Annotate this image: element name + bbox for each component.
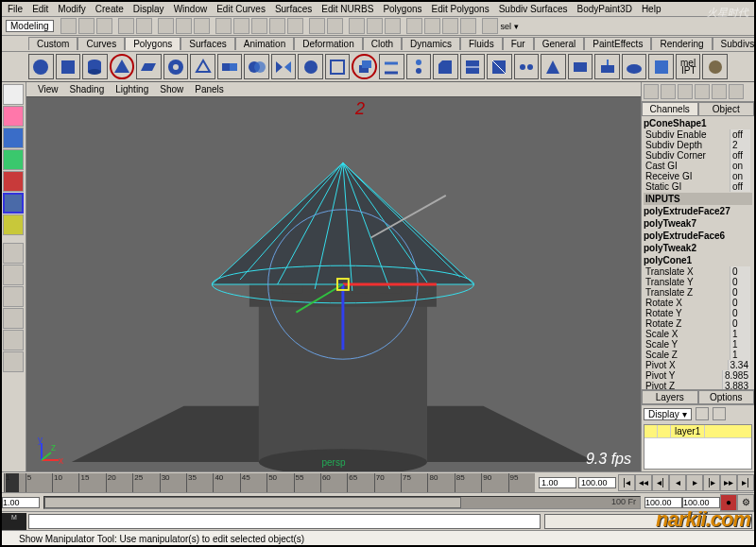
input-node-3[interactable]: polyTweak2 bbox=[644, 242, 752, 254]
xf-px-val[interactable]: 3.34 bbox=[728, 360, 750, 370]
snap-live-icon[interactable] bbox=[287, 18, 303, 34]
cb-icon-5[interactable] bbox=[712, 84, 727, 99]
time-end-field[interactable] bbox=[578, 477, 616, 488]
xf-rx-val[interactable]: 0 bbox=[730, 298, 750, 308]
poly-extrude-face-icon[interactable] bbox=[352, 54, 377, 79]
shelf-tab-custom[interactable]: Custom bbox=[28, 37, 77, 50]
mode-dropdown[interactable]: Modeling bbox=[6, 20, 54, 32]
range-out-end[interactable] bbox=[682, 497, 720, 508]
vp-panels[interactable]: Panels bbox=[195, 84, 224, 94]
cb-icon-4[interactable] bbox=[695, 84, 710, 99]
menu-subdiv[interactable]: Subdiv Surfaces bbox=[499, 4, 568, 14]
poly-plane-icon[interactable] bbox=[136, 54, 162, 79]
construction-hist-icon[interactable] bbox=[482, 18, 498, 34]
select-mask-icon[interactable] bbox=[194, 18, 210, 34]
input-node-1[interactable]: polyTweak7 bbox=[644, 217, 752, 230]
select-comp-icon[interactable] bbox=[176, 18, 192, 34]
history-on-icon[interactable] bbox=[309, 18, 325, 34]
shelf-tab-dynamics[interactable]: Dynamics bbox=[402, 37, 460, 50]
time-start-field[interactable] bbox=[539, 477, 576, 488]
menu-surfaces[interactable]: Surfaces bbox=[275, 4, 312, 14]
time-track[interactable]: 1510152025303540455055606570758085909510… bbox=[4, 473, 535, 492]
attr-recv-gi-val[interactable]: on bbox=[730, 171, 750, 181]
shelf-tab-subdivs[interactable]: Subdivs bbox=[713, 37, 756, 50]
lasso-tool-icon[interactable] bbox=[3, 106, 24, 127]
shelf-tab-surfaces[interactable]: Surfaces bbox=[180, 37, 234, 50]
attr-subdiv-depth[interactable]: Subdiv Depth bbox=[645, 140, 702, 150]
render-icon[interactable] bbox=[349, 18, 365, 34]
xf-sx[interactable]: Scale X bbox=[645, 329, 678, 339]
menu-edit[interactable]: Edit bbox=[32, 4, 48, 14]
new-scene-icon[interactable] bbox=[60, 18, 77, 34]
xf-rz[interactable]: Rotate Z bbox=[645, 318, 681, 329]
attr-cast-gi[interactable]: Cast GI bbox=[645, 161, 678, 171]
ipr-icon[interactable] bbox=[367, 18, 383, 34]
single-pane-icon[interactable] bbox=[3, 243, 24, 264]
last-tool-icon[interactable] bbox=[3, 214, 24, 235]
tab-object[interactable]: Object bbox=[698, 102, 755, 116]
poly-cone-icon[interactable] bbox=[110, 54, 135, 79]
range-min-field[interactable] bbox=[2, 497, 40, 508]
xf-tx[interactable]: Translate X bbox=[645, 266, 694, 277]
poly-prism-icon[interactable] bbox=[190, 54, 215, 79]
open-scene-icon[interactable] bbox=[78, 18, 94, 34]
three-pane-icon[interactable] bbox=[3, 330, 24, 350]
layer-list[interactable]: layer1 bbox=[644, 424, 752, 470]
snap-plane-icon[interactable] bbox=[269, 18, 285, 34]
prev-key-icon[interactable]: ◂| bbox=[652, 474, 669, 491]
xf-rz-val[interactable]: 0 bbox=[730, 318, 750, 329]
menu-file[interactable]: File bbox=[8, 4, 23, 14]
render-globals-icon[interactable] bbox=[385, 18, 401, 34]
xf-sy-val[interactable]: 1 bbox=[730, 339, 750, 350]
poly-combine-icon[interactable] bbox=[217, 54, 243, 79]
shelf-tab-painteffects[interactable]: PaintEffects bbox=[584, 37, 651, 50]
poly-paint-icon[interactable] bbox=[648, 54, 674, 79]
poly-smooth-icon[interactable] bbox=[298, 54, 323, 79]
xf-py-val[interactable]: 8.985 bbox=[722, 370, 750, 381]
snap-curve-icon[interactable] bbox=[233, 18, 249, 34]
history-off-icon[interactable] bbox=[327, 18, 343, 34]
attr-recv-gi[interactable]: Receive GI bbox=[645, 171, 692, 181]
undo-icon[interactable] bbox=[118, 18, 134, 34]
select-tool-icon[interactable] bbox=[3, 84, 24, 105]
vp-lighting[interactable]: Lighting bbox=[115, 84, 148, 94]
xf-ty-val[interactable]: 0 bbox=[730, 277, 750, 287]
tab-channels[interactable]: Channels bbox=[642, 102, 698, 116]
poly-booleans-icon[interactable] bbox=[244, 54, 269, 79]
cb-icon-1[interactable] bbox=[644, 84, 659, 99]
poly-merge-icon[interactable] bbox=[514, 54, 540, 79]
shelf-tab-animation[interactable]: Animation bbox=[235, 37, 294, 50]
xf-py[interactable]: Pivot Y bbox=[645, 370, 676, 381]
select-mode-label[interactable]: sel ▾ bbox=[501, 22, 519, 31]
tab-layers[interactable]: Layers bbox=[642, 390, 698, 404]
snap-grid-icon[interactable] bbox=[215, 18, 232, 34]
poly-cut-icon[interactable] bbox=[487, 54, 512, 79]
attr-subdiv-corner[interactable]: Subdiv Corner bbox=[645, 150, 706, 161]
play-back-icon[interactable]: ◂ bbox=[669, 474, 686, 491]
xf-ry[interactable]: Rotate Y bbox=[645, 308, 682, 318]
two-h-pane-icon[interactable] bbox=[3, 308, 24, 329]
attr-subdiv-enable-val[interactable]: off bbox=[730, 129, 750, 140]
attr-static-gi[interactable]: Static GI bbox=[645, 181, 681, 192]
pref-icon[interactable]: ⚙ bbox=[737, 494, 754, 511]
xf-sy[interactable]: Scale Y bbox=[645, 339, 678, 350]
viewport-3d[interactable]: 2 yxz persp 9.3 fps bbox=[26, 97, 641, 471]
menu-edit-polygons[interactable]: Edit Polygons bbox=[432, 4, 490, 14]
poly-collapse-icon[interactable] bbox=[541, 54, 566, 79]
tab-options[interactable]: Options bbox=[698, 390, 755, 404]
mel-ipt-icon[interactable]: melIPT bbox=[676, 54, 701, 79]
two-v-pane-icon[interactable] bbox=[3, 286, 24, 307]
play-fwd-icon[interactable]: ▸ bbox=[686, 474, 703, 491]
input-node-4[interactable]: polyCone1 bbox=[644, 254, 752, 266]
xf-ry-val[interactable]: 0 bbox=[730, 308, 750, 318]
shelf-tab-rendering[interactable]: Rendering bbox=[651, 37, 712, 50]
xf-ty[interactable]: Translate Y bbox=[645, 277, 694, 287]
cb-icon-6[interactable] bbox=[729, 84, 744, 99]
next-key-icon[interactable]: |▸ bbox=[703, 474, 720, 491]
poly-cylinder-icon[interactable] bbox=[82, 54, 108, 79]
poly-normals-icon[interactable] bbox=[594, 54, 620, 79]
scale-tool-icon[interactable] bbox=[3, 171, 24, 192]
xf-tz[interactable]: Translate Z bbox=[645, 287, 693, 298]
attr-subdiv-enable[interactable]: Subdiv Enable bbox=[645, 129, 707, 140]
poly-sculpt-icon[interactable] bbox=[622, 54, 647, 79]
